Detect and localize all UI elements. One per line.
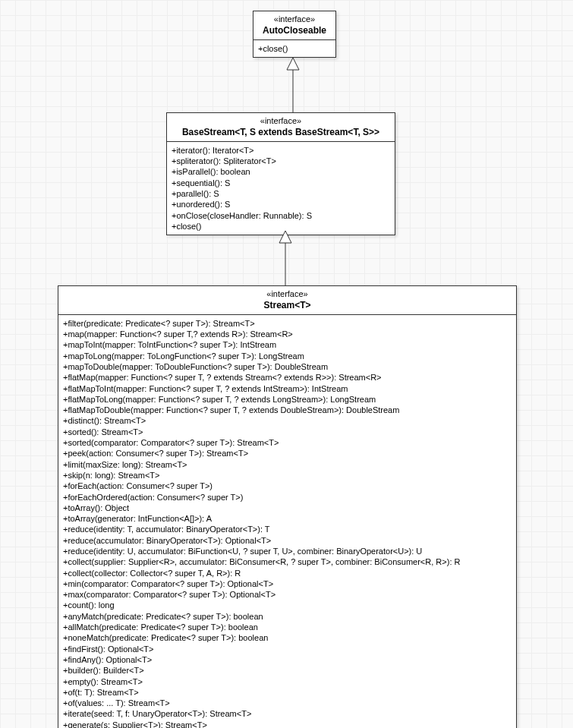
class-header: «interface» BaseStream<T, S extends Base… <box>167 113 395 142</box>
member-row: +map(mapper: Function<? super T,? extend… <box>63 329 512 339</box>
member-row: +forEachOrdered(action: Consumer<? super… <box>63 492 512 503</box>
member-row: +filter(predicate: Predicate<? super T>)… <box>63 318 512 329</box>
member-row: +close() <box>258 43 331 54</box>
member-row: +skip(n: long): Stream<T> <box>63 470 512 481</box>
interface-name: BaseStream<T, S extends BaseStream<T, S>… <box>172 127 390 138</box>
member-row: +of(values: ... T): Stream<T> <box>63 698 512 708</box>
class-basestream: «interface» BaseStream<T, S extends Base… <box>166 112 395 235</box>
member-row: +anyMatch(predicate: Predicate<? super T… <box>63 611 512 622</box>
member-row: +flatMapToInt(mapper: Function<? super T… <box>63 383 512 394</box>
member-row: +mapToDouble(mapper: ToDoubleFunction<? … <box>63 361 512 372</box>
members-list: +close() <box>253 40 335 57</box>
member-row: +iterator(): Iterator<T> <box>172 145 390 156</box>
member-row: +of(t: T): Stream<T> <box>63 687 512 698</box>
member-row: +spliterator(): Spliterator<T> <box>172 156 390 166</box>
svg-marker-1 <box>287 58 299 70</box>
member-row: +limit(maxSize: long): Stream<T> <box>63 459 512 470</box>
member-row: +empty(): Stream<T> <box>63 676 512 687</box>
member-row: +peek(action: Consumer<? super T>): Stre… <box>63 448 512 459</box>
member-row: +reduce(identity: U, accumulator: BiFunc… <box>63 546 512 556</box>
member-row: +close() <box>172 221 390 232</box>
member-row: +onClose(closeHandler: Runnable): S <box>172 210 390 221</box>
member-row: +sorted(): Stream<T> <box>63 427 512 437</box>
member-row: +generate(s: Supplier<T>): Stream<T> <box>63 720 512 728</box>
interface-name: AutoCloseable <box>258 25 331 36</box>
member-row: +builder(): Builder<T> <box>63 665 512 676</box>
class-stream: «interface» Stream<T> +filter(predicate:… <box>58 285 517 728</box>
class-header: «interface» AutoCloseable <box>253 11 335 40</box>
member-row: +isParallel(): boolean <box>172 166 390 177</box>
member-row: +collect(supplier: Supplier<R>, accumula… <box>63 556 512 567</box>
member-row: +flatMapToDouble(mapper: Function<? supe… <box>63 405 512 415</box>
member-row: +reduce(identity: T, accumulator: Binary… <box>63 524 512 534</box>
member-row: +allMatch(predicate: Predicate<? super T… <box>63 622 512 632</box>
member-row: +reduce(accumulator: BinaryOperator<T>):… <box>63 535 512 546</box>
member-row: +min(comparator: Comparator<? super T>):… <box>63 578 512 589</box>
member-row: +count(): long <box>63 600 512 610</box>
member-row: +iterate(seed: T, f: UnaryOperator<T>): … <box>63 708 512 719</box>
member-row: +mapToLong(mapper: ToLongFunction<? supe… <box>63 351 512 361</box>
member-row: +unordered(): S <box>172 199 390 210</box>
member-row: +distinct(): Stream<T> <box>63 415 512 426</box>
member-row: +sorted(comparator: Comparator<? super T… <box>63 437 512 448</box>
member-row: +max(comparator: Comparator<? super T>):… <box>63 589 512 600</box>
interface-name: Stream<T> <box>63 300 512 311</box>
stereotype: «interface» <box>63 289 512 300</box>
member-row: +toArray(generator: IntFunction<A[]>): A <box>63 513 512 524</box>
member-row: +findAny(): Optional<T> <box>63 654 512 665</box>
member-row: +forEach(action: Consumer<? super T>) <box>63 481 512 491</box>
member-row: +toArray(): Object <box>63 503 512 513</box>
member-row: +parallel(): S <box>172 188 390 199</box>
member-row: +findFirst(): Optional<T> <box>63 644 512 654</box>
stereotype: «interface» <box>172 116 390 127</box>
class-autocloseable: «interface» AutoCloseable +close() <box>253 11 336 58</box>
member-row: +noneMatch(predicate: Predicate<? super … <box>63 632 512 643</box>
members-list: +filter(predicate: Predicate<? super T>)… <box>58 315 516 728</box>
member-row: +collect(collector: Collector<? super T,… <box>63 568 512 578</box>
stereotype: «interface» <box>258 14 331 25</box>
class-header: «interface» Stream<T> <box>58 286 516 315</box>
member-row: +sequential(): S <box>172 178 390 188</box>
member-row: +flatMap(mapper: Function<? super T, ? e… <box>63 372 512 383</box>
member-row: +flatMapToLong(mapper: Function<? super … <box>63 394 512 405</box>
members-list: +iterator(): Iterator<T>+spliterator(): … <box>167 142 395 235</box>
member-row: +mapToInt(mapper: ToIntFunction<? super … <box>63 339 512 350</box>
